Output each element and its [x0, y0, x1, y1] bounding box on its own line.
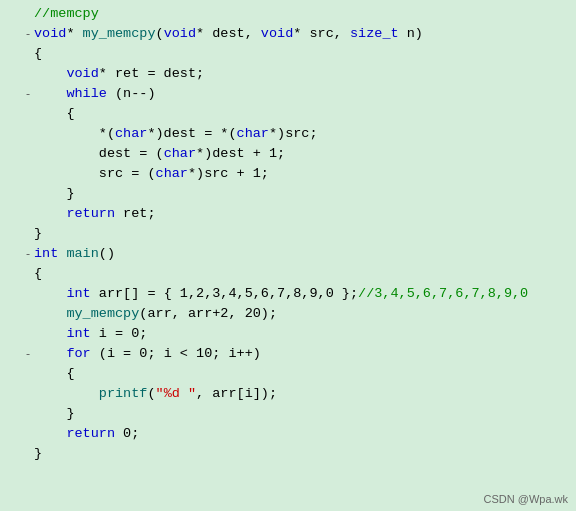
- code-16: my_memcpy(arr, arr+2, 20);: [34, 304, 572, 324]
- code-6: {: [34, 104, 572, 124]
- code-13: int main(): [34, 244, 572, 264]
- code-5: while (n--): [34, 84, 572, 104]
- line-19: {: [0, 364, 576, 384]
- code-7: *(char*)dest = *(char*)src;: [34, 124, 572, 144]
- code-9: src = (char*)src + 1;: [34, 164, 572, 184]
- code-23: }: [34, 444, 572, 464]
- collapse-2[interactable]: -: [22, 24, 34, 44]
- line-23: }: [0, 444, 576, 464]
- collapse-5[interactable]: -: [22, 84, 34, 104]
- line-22: return 0;: [0, 424, 576, 444]
- code-21: }: [34, 404, 572, 424]
- line-3: {: [0, 44, 576, 64]
- code-1: //memcpy: [34, 4, 572, 24]
- line-2: - void* my_memcpy(void* dest, void* src,…: [0, 24, 576, 44]
- line-5: - while (n--): [0, 84, 576, 104]
- code-14: {: [34, 264, 572, 284]
- code-11: return ret;: [34, 204, 572, 224]
- line-8: dest = (char*)dest + 1;: [0, 144, 576, 164]
- code-2: void* my_memcpy(void* dest, void* src, s…: [34, 24, 572, 44]
- collapse-18[interactable]: -: [22, 344, 34, 364]
- code-12: }: [34, 224, 572, 244]
- line-15: int arr[] = { 1,2,3,4,5,6,7,8,9,0 };//3,…: [0, 284, 576, 304]
- line-13: - int main(): [0, 244, 576, 264]
- line-7: *(char*)dest = *(char*)src;: [0, 124, 576, 144]
- code-15: int arr[] = { 1,2,3,4,5,6,7,8,9,0 };//3,…: [34, 284, 572, 304]
- code-8: dest = (char*)dest + 1;: [34, 144, 572, 164]
- code-17: int i = 0;: [34, 324, 572, 344]
- line-4: void* ret = dest;: [0, 64, 576, 84]
- code-3: {: [34, 44, 572, 64]
- code-editor: //memcpy - void* my_memcpy(void* dest, v…: [0, 0, 576, 511]
- line-12: }: [0, 224, 576, 244]
- line-10: }: [0, 184, 576, 204]
- code-4: void* ret = dest;: [34, 64, 572, 84]
- line-1: //memcpy: [0, 4, 576, 24]
- collapse-13[interactable]: -: [22, 244, 34, 264]
- code-18: for (i = 0; i < 10; i++): [34, 344, 572, 364]
- code-20: printf("%d ", arr[i]);: [34, 384, 572, 404]
- code-10: }: [34, 184, 572, 204]
- line-6: {: [0, 104, 576, 124]
- line-20: printf("%d ", arr[i]);: [0, 384, 576, 404]
- line-18: - for (i = 0; i < 10; i++): [0, 344, 576, 364]
- code-22: return 0;: [34, 424, 572, 444]
- watermark: CSDN @Wpa.wk: [483, 493, 568, 505]
- line-11: return ret;: [0, 204, 576, 224]
- line-9: src = (char*)src + 1;: [0, 164, 576, 184]
- line-16: my_memcpy(arr, arr+2, 20);: [0, 304, 576, 324]
- line-21: }: [0, 404, 576, 424]
- line-17: int i = 0;: [0, 324, 576, 344]
- code-19: {: [34, 364, 572, 384]
- line-14: {: [0, 264, 576, 284]
